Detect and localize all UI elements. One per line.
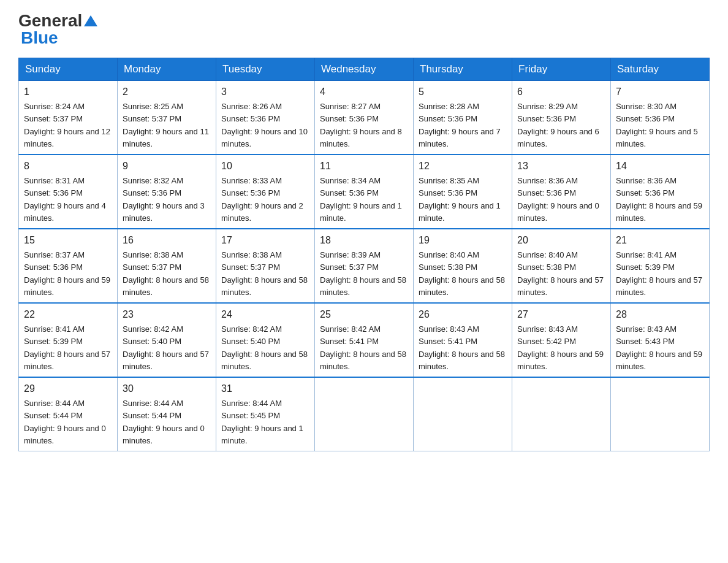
day-number: 13 xyxy=(517,159,605,174)
day-info: Sunrise: 8:43 AMSunset: 5:42 PMDaylight:… xyxy=(517,324,604,371)
day-info: Sunrise: 8:29 AMSunset: 5:36 PMDaylight:… xyxy=(517,102,599,148)
day-number: 12 xyxy=(419,159,507,174)
day-number: 5 xyxy=(419,85,507,99)
calendar-cell: 16 Sunrise: 8:38 AMSunset: 5:37 PMDaylig… xyxy=(118,229,216,303)
page-header: General Blue xyxy=(18,12,710,47)
day-number: 14 xyxy=(616,159,704,174)
calendar-cell: 10 Sunrise: 8:33 AMSunset: 5:36 PMDaylig… xyxy=(216,155,315,229)
calendar-week-row: 8 Sunrise: 8:31 AMSunset: 5:36 PMDayligh… xyxy=(19,155,710,229)
day-number: 16 xyxy=(123,233,211,248)
calendar-cell: 19 Sunrise: 8:40 AMSunset: 5:38 PMDaylig… xyxy=(414,229,512,303)
calendar-table: SundayMondayTuesdayWednesdayThursdayFrid… xyxy=(18,58,710,451)
calendar-cell: 21 Sunrise: 8:41 AMSunset: 5:39 PMDaylig… xyxy=(611,229,710,303)
calendar-cell: 13 Sunrise: 8:36 AMSunset: 5:36 PMDaylig… xyxy=(512,155,611,229)
calendar-cell xyxy=(414,377,512,451)
day-number: 21 xyxy=(616,233,704,248)
calendar-cell xyxy=(315,377,414,451)
calendar-week-row: 22 Sunrise: 8:41 AMSunset: 5:39 PMDaylig… xyxy=(19,303,710,377)
day-info: Sunrise: 8:39 AMSunset: 5:37 PMDaylight:… xyxy=(320,250,406,297)
day-info: Sunrise: 8:36 AMSunset: 5:36 PMDaylight:… xyxy=(616,176,702,223)
day-info: Sunrise: 8:42 AMSunset: 5:41 PMDaylight:… xyxy=(320,324,406,371)
day-number: 11 xyxy=(320,159,408,174)
weekday-header-wednesday: Wednesday xyxy=(315,58,414,81)
day-number: 1 xyxy=(24,85,112,99)
calendar-week-row: 15 Sunrise: 8:37 AMSunset: 5:36 PMDaylig… xyxy=(19,229,710,303)
calendar-cell: 31 Sunrise: 8:44 AMSunset: 5:45 PMDaylig… xyxy=(216,377,315,451)
day-number: 26 xyxy=(419,307,507,322)
calendar-week-row: 1 Sunrise: 8:24 AMSunset: 5:37 PMDayligh… xyxy=(19,81,710,155)
day-info: Sunrise: 8:41 AMSunset: 5:39 PMDaylight:… xyxy=(616,250,702,297)
calendar-cell: 18 Sunrise: 8:39 AMSunset: 5:37 PMDaylig… xyxy=(315,229,414,303)
day-number: 10 xyxy=(221,159,309,174)
day-info: Sunrise: 8:44 AMSunset: 5:44 PMDaylight:… xyxy=(24,399,106,445)
svg-marker-0 xyxy=(84,15,97,26)
logo-general-text: General xyxy=(18,12,82,29)
calendar-cell: 20 Sunrise: 8:40 AMSunset: 5:38 PMDaylig… xyxy=(512,229,611,303)
calendar-cell: 11 Sunrise: 8:34 AMSunset: 5:36 PMDaylig… xyxy=(315,155,414,229)
calendar-cell: 7 Sunrise: 8:30 AMSunset: 5:36 PMDayligh… xyxy=(611,81,710,155)
calendar-cell: 1 Sunrise: 8:24 AMSunset: 5:37 PMDayligh… xyxy=(19,81,118,155)
day-info: Sunrise: 8:26 AMSunset: 5:36 PMDaylight:… xyxy=(221,102,308,148)
weekday-header-tuesday: Tuesday xyxy=(216,58,315,81)
calendar-cell: 2 Sunrise: 8:25 AMSunset: 5:37 PMDayligh… xyxy=(118,81,216,155)
calendar-body: 1 Sunrise: 8:24 AMSunset: 5:37 PMDayligh… xyxy=(19,81,710,451)
calendar-cell: 26 Sunrise: 8:43 AMSunset: 5:41 PMDaylig… xyxy=(414,303,512,377)
calendar-cell: 23 Sunrise: 8:42 AMSunset: 5:40 PMDaylig… xyxy=(118,303,216,377)
day-number: 15 xyxy=(24,233,112,248)
calendar-header: SundayMondayTuesdayWednesdayThursdayFrid… xyxy=(19,58,710,81)
day-info: Sunrise: 8:31 AMSunset: 5:36 PMDaylight:… xyxy=(24,176,106,223)
day-number: 20 xyxy=(517,233,605,248)
calendar-cell: 29 Sunrise: 8:44 AMSunset: 5:44 PMDaylig… xyxy=(19,377,118,451)
calendar-cell: 3 Sunrise: 8:26 AMSunset: 5:36 PMDayligh… xyxy=(216,81,315,155)
day-number: 25 xyxy=(320,307,408,322)
day-info: Sunrise: 8:24 AMSunset: 5:37 PMDaylight:… xyxy=(24,102,110,148)
weekday-header-monday: Monday xyxy=(118,58,216,81)
day-number: 31 xyxy=(221,381,309,396)
day-number: 7 xyxy=(616,85,704,99)
day-number: 29 xyxy=(24,381,112,396)
calendar-cell: 12 Sunrise: 8:35 AMSunset: 5:36 PMDaylig… xyxy=(414,155,512,229)
day-info: Sunrise: 8:32 AMSunset: 5:36 PMDaylight:… xyxy=(123,176,205,223)
calendar-cell: 5 Sunrise: 8:28 AMSunset: 5:36 PMDayligh… xyxy=(414,81,512,155)
day-info: Sunrise: 8:27 AMSunset: 5:36 PMDaylight:… xyxy=(320,102,402,148)
day-info: Sunrise: 8:43 AMSunset: 5:43 PMDaylight:… xyxy=(616,324,702,371)
day-info: Sunrise: 8:25 AMSunset: 5:37 PMDaylight:… xyxy=(123,102,209,148)
calendar-cell: 15 Sunrise: 8:37 AMSunset: 5:36 PMDaylig… xyxy=(19,229,118,303)
day-number: 8 xyxy=(24,159,112,174)
day-info: Sunrise: 8:33 AMSunset: 5:36 PMDaylight:… xyxy=(221,176,303,223)
weekday-header-row: SundayMondayTuesdayWednesdayThursdayFrid… xyxy=(19,58,710,81)
day-info: Sunrise: 8:44 AMSunset: 5:44 PMDaylight:… xyxy=(123,399,205,445)
calendar-cell: 22 Sunrise: 8:41 AMSunset: 5:39 PMDaylig… xyxy=(19,303,118,377)
day-number: 19 xyxy=(419,233,507,248)
day-info: Sunrise: 8:38 AMSunset: 5:37 PMDaylight:… xyxy=(123,250,209,297)
calendar-cell: 9 Sunrise: 8:32 AMSunset: 5:36 PMDayligh… xyxy=(118,155,216,229)
calendar-cell: 24 Sunrise: 8:42 AMSunset: 5:40 PMDaylig… xyxy=(216,303,315,377)
calendar-cell xyxy=(512,377,611,451)
calendar-cell: 25 Sunrise: 8:42 AMSunset: 5:41 PMDaylig… xyxy=(315,303,414,377)
logo-triangle-icon xyxy=(84,14,97,28)
day-number: 17 xyxy=(221,233,309,248)
day-number: 6 xyxy=(517,85,605,99)
weekday-header-saturday: Saturday xyxy=(611,58,710,81)
day-number: 28 xyxy=(616,307,704,322)
day-number: 2 xyxy=(123,85,211,99)
day-number: 24 xyxy=(221,307,309,322)
calendar-week-row: 29 Sunrise: 8:44 AMSunset: 5:44 PMDaylig… xyxy=(19,377,710,451)
day-info: Sunrise: 8:40 AMSunset: 5:38 PMDaylight:… xyxy=(419,250,505,297)
day-number: 23 xyxy=(123,307,211,322)
day-info: Sunrise: 8:36 AMSunset: 5:36 PMDaylight:… xyxy=(517,176,599,223)
day-number: 30 xyxy=(123,381,211,396)
day-number: 9 xyxy=(123,159,211,174)
day-info: Sunrise: 8:38 AMSunset: 5:37 PMDaylight:… xyxy=(221,250,308,297)
calendar-cell: 27 Sunrise: 8:43 AMSunset: 5:42 PMDaylig… xyxy=(512,303,611,377)
logo: General Blue xyxy=(18,12,97,47)
calendar-cell: 30 Sunrise: 8:44 AMSunset: 5:44 PMDaylig… xyxy=(118,377,216,451)
calendar-cell xyxy=(611,377,710,451)
day-info: Sunrise: 8:40 AMSunset: 5:38 PMDaylight:… xyxy=(517,250,604,297)
day-info: Sunrise: 8:42 AMSunset: 5:40 PMDaylight:… xyxy=(221,324,308,371)
day-number: 18 xyxy=(320,233,408,248)
calendar-cell: 28 Sunrise: 8:43 AMSunset: 5:43 PMDaylig… xyxy=(611,303,710,377)
calendar-cell: 8 Sunrise: 8:31 AMSunset: 5:36 PMDayligh… xyxy=(19,155,118,229)
calendar-cell: 4 Sunrise: 8:27 AMSunset: 5:36 PMDayligh… xyxy=(315,81,414,155)
day-info: Sunrise: 8:43 AMSunset: 5:41 PMDaylight:… xyxy=(419,324,505,371)
